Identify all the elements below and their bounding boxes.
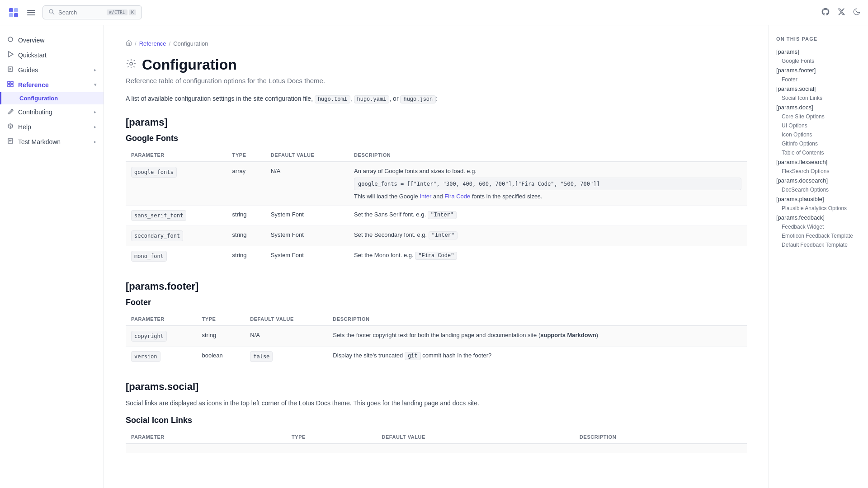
sidebar-label-help: Help [18,123,90,131]
contributing-chevron-icon: ▸ [94,109,96,114]
toc-item-params-plausible[interactable]: [params.plausible] [776,194,861,204]
col-type-footer: TYPE [196,313,245,326]
hamburger-button[interactable] [27,9,35,17]
toc-title: ON THIS PAGE [776,36,861,42]
type-sans-serif: string [227,206,265,226]
toc-item-plausible-analytics-options[interactable]: Plausible Analytics Options [776,204,861,213]
svg-point-7 [49,9,53,13]
svg-line-8 [52,13,54,14]
col-description-footer: DESCRIPTION [327,313,747,326]
sidebar-sub-item-configuration[interactable]: Configuration [0,92,104,104]
param-mono-font: mono_font [126,246,227,267]
sidebar-item-help[interactable]: Help ▸ [0,119,104,134]
breadcrumb-reference-link[interactable]: Reference [139,40,166,47]
toc-item-ui-options[interactable]: UI Options [776,121,861,130]
svg-rect-17 [8,84,10,87]
default-secondary-font: System Font [265,226,349,246]
help-icon [7,123,14,131]
sidebar-label-quickstart: Quickstart [18,52,96,59]
desc-google-fonts: An array of Google fonts and sizes to lo… [349,162,747,206]
topbar: Search ⌘/CTRL K [0,0,868,25]
param-version: version [126,347,196,367]
col-parameter: PARAMETER [126,149,227,162]
toc-item-emoticon-feedback[interactable]: Emoticon Feedback Template [776,231,861,240]
twitter-icon[interactable] [837,8,845,18]
page-title: Configuration [142,56,237,73]
test-markdown-icon [7,138,14,145]
theme-toggle-icon[interactable] [853,8,861,18]
toc-item-footer[interactable]: Footer [776,75,861,84]
toc-item-feedback-widget[interactable]: Feedback Widget [776,222,861,231]
page-subtitle: Reference table of configuration options… [126,77,747,84]
guides-icon [7,66,14,74]
desc-secondary-font: Set the Secondary font. e.g. "Inter" [349,226,747,246]
fira-code-link[interactable]: Fira Code [444,193,470,200]
toc-panel: ON THIS PAGE [params] Google Fonts [para… [769,25,868,488]
svg-marker-10 [9,52,13,57]
param-secondary-font: secondary_font [126,226,227,246]
sidebar-sub-label-configuration: Configuration [19,95,58,102]
toc-item-params-docs[interactable]: [params.docs] [776,103,861,112]
col-description: DESCRIPTION [349,149,747,162]
svg-rect-18 [11,84,13,87]
table-header-row: PARAMETER TYPE DEFAULT VALUE DESCRIPTION [126,149,747,162]
toc-item-params-footer[interactable]: [params.footer] [776,66,861,75]
logo[interactable] [7,6,20,19]
desc-version: Display the site's truncated git commit … [327,347,747,367]
toc-item-google-fonts[interactable]: Google Fonts [776,56,861,66]
toc-item-docsearch-options[interactable]: DocSearch Options [776,185,861,194]
svg-rect-2 [9,13,13,17]
toc-item-params-feedback[interactable]: [params.feedback] [776,213,861,222]
default-copyright: N/A [245,326,327,347]
toc-item-params[interactable]: [params] [776,47,861,56]
svg-rect-16 [11,81,13,84]
default-google-fonts: N/A [265,162,349,206]
table-header-row: PARAMETER TYPE DEFAULT VALUE DESCRIPTION [126,431,747,444]
inter-link[interactable]: Inter [420,193,431,200]
toc-item-params-social[interactable]: [params.social] [776,84,861,94]
sidebar-item-reference[interactable]: Reference ▾ [0,77,104,92]
toc-item-params-docsearch[interactable]: [params.docsearch] [776,176,861,185]
sidebar-item-quickstart[interactable]: Quickstart [0,47,104,62]
social-table: PARAMETER TYPE DEFAULT VALUE DESCRIPTION [126,431,747,453]
search-shortcuts: ⌘/CTRL K [107,9,136,15]
test-markdown-chevron-icon: ▸ [94,139,96,144]
main-content: / Reference / Configuration Configuratio… [104,25,769,488]
search-bar[interactable]: Search ⌘/CTRL K [42,5,142,19]
toc-item-icon-options[interactable]: Icon Options [776,130,861,139]
params-social-heading: [params.social] [126,381,747,393]
sidebar-item-guides[interactable]: Guides ▸ [0,62,104,77]
github-icon[interactable] [821,7,830,18]
default-sans-serif: System Font [265,206,349,226]
type-secondary-font: string [227,226,265,246]
code-hugo-yaml: hugo.yaml [354,95,390,103]
breadcrumb-sep1: / [135,40,137,47]
google-fonts-heading: Google Fonts [126,134,747,143]
social-icon-links-heading: Social Icon Links [126,416,747,425]
sidebar-item-test-markdown[interactable]: Test Markdown ▸ [0,134,104,149]
search-label: Search [58,9,77,16]
table-row: secondary_font string System Font Set th… [126,226,747,246]
toc-item-core-site-options[interactable]: Core Site Options [776,112,861,121]
toc-item-toc[interactable]: Table of Contents [776,148,861,157]
sidebar-sub-reference: Configuration [0,92,104,104]
type-google-fonts: array [227,162,265,206]
toc-item-social-icon-links[interactable]: Social Icon Links [776,94,861,103]
svg-rect-5 [27,12,35,13]
col-type: TYPE [227,149,265,162]
contributing-icon [7,108,14,116]
toc-item-params-flexsearch[interactable]: [params.flexsearch] [776,157,861,167]
col-default: DEFAULT VALUE [265,149,349,162]
breadcrumb-home[interactable] [126,40,132,47]
toc-item-gitinfo-options[interactable]: GitInfo Options [776,139,861,148]
reference-icon [7,81,14,89]
toc-item-default-feedback[interactable]: Default Feedback Template [776,240,861,249]
toc-item-flexsearch-options[interactable]: FlexSearch Options [776,167,861,176]
search-kbd-k: K [129,9,136,15]
svg-rect-0 [9,8,13,12]
sidebar-item-contributing[interactable]: Contributing ▸ [0,104,104,119]
sidebar-label-overview: Overview [18,37,96,44]
svg-point-21 [130,62,132,65]
sidebar-item-overview[interactable]: Overview [0,33,104,47]
page-title-icon [126,58,137,71]
